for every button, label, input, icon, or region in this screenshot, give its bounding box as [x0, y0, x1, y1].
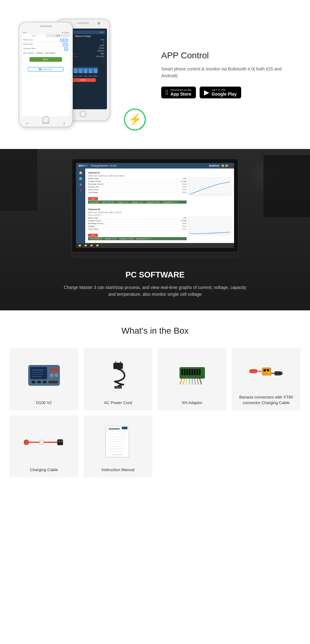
svg-line-37	[186, 378, 187, 385]
lightning-icon: ⚡	[128, 114, 142, 125]
svg-rect-59	[39, 440, 44, 444]
taskbar-item-1: 📁	[78, 244, 81, 247]
d100v2-svg	[25, 362, 63, 389]
sw-cycle-count: Cycle Count:0.1 A	[88, 188, 187, 191]
channel-b-status: Time: 00:00:00 Energy: 3.1 V Capacity: 0…	[88, 237, 187, 240]
sw-b-voltage: Voltage:0.1 A	[88, 225, 187, 228]
close-btn[interactable]	[229, 164, 232, 167]
sidebar-display-icon[interactable]: 🖥	[79, 183, 82, 186]
channel-a-stop-btn[interactable]: Stop	[88, 197, 98, 200]
bal-charge-option[interactable]: BAL CHARGE	[23, 52, 34, 54]
googleplay-text: GET IT ON Google Play	[212, 88, 237, 97]
pc-software-description: Charge Master 3 can start/stop process, …	[62, 284, 248, 298]
lightning-badge: ⚡	[124, 109, 146, 130]
svg-point-44	[249, 370, 252, 373]
charging-cable-label: Charging Cable	[30, 467, 58, 473]
channel-tabs: CH-A CH-B	[22, 34, 70, 37]
svg-rect-21	[113, 363, 123, 369]
sidebar-settings-icon[interactable]: ⚙️	[79, 177, 82, 180]
svg-rect-32	[194, 369, 196, 375]
ch-a-tab[interactable]: CH-A	[22, 34, 46, 37]
svg-rect-63	[122, 427, 127, 429]
battery-cells-field: Battery Cells 1 ▼	[23, 43, 68, 47]
apple-icon: 	[166, 88, 168, 97]
scan-to-do[interactable]: 🔲 SCAN TO DO	[28, 67, 64, 71]
svg-rect-47	[264, 369, 266, 372]
app-control-content: APP Control Smart phone control & monito…	[149, 51, 298, 99]
minimize-btn[interactable]	[222, 164, 224, 167]
stop-button[interactable]: STOP	[70, 78, 96, 82]
ch-b-tab[interactable]: CH-B	[46, 34, 70, 37]
pc-software-title: PC SOFTWARE	[62, 270, 248, 280]
channel-a-status: Connected Time: 00:04:26 Charge: 1.3 A V…	[88, 200, 187, 204]
sidebar-help-icon[interactable]: ❓	[79, 189, 82, 192]
channel-b-label: Ch.B	[100, 31, 104, 33]
laptop-screen-inner: SKYRC ChargeMaster V3.03 D100V2 🏠 ⚙️ 🖥	[76, 163, 234, 248]
channel-a-panel: Channel A: 4.25 V col4.20 V col4.20 V co…	[86, 170, 233, 205]
svg-line-41	[197, 378, 198, 385]
googleplay-badge[interactable]: ▶ GET IT ON Google Play	[200, 87, 241, 98]
svg-point-51	[279, 372, 282, 375]
svg-rect-58	[61, 440, 63, 442]
channel-b-stop-btn[interactable]: Stop	[88, 234, 98, 237]
taskbar-item-4: 📁	[96, 244, 99, 247]
banana-image	[249, 354, 283, 391]
discharge-option[interactable]: DISCHARGE	[45, 52, 55, 54]
svg-point-16	[55, 373, 58, 377]
operation-mode-field: Operation Mode ▼	[23, 47, 68, 51]
xh-image	[175, 354, 209, 396]
banana-label: Banana connectors with XT60 connector Ch…	[236, 394, 296, 406]
box-item-charging-cable: Charging Cable	[9, 415, 78, 477]
channel-a-chart	[188, 177, 231, 196]
google-play-icon: ▶	[204, 88, 209, 97]
svg-rect-28	[184, 369, 186, 375]
battery-cells-select[interactable]: 1 ▼	[63, 43, 68, 46]
appstore-badge[interactable]:  Download on the App Store	[161, 87, 196, 98]
sw-b-discharge: Discharge Current:0.4 A	[88, 222, 187, 225]
whats-in-box-title: What's in the Box	[9, 326, 301, 336]
sw-discharge-current: Discharge Current:0.1 A	[88, 183, 187, 186]
channel-b-voltages: 0.00 V col0.00 V col0.00 V0.00 V	[88, 211, 231, 214]
svg-rect-18	[37, 381, 41, 383]
battery-type-field: Battery Type LiFe ▼	[23, 38, 68, 43]
sw-charge-current: Charge Current:2 Cells	[88, 180, 187, 183]
laptop-container: SKYRC ChargeMaster V3.03 D100V2 🏠 ⚙️ 🖥	[71, 158, 239, 258]
taskbar-item-3: 📁	[90, 244, 93, 247]
next-button[interactable]: NEXT	[29, 57, 62, 62]
xh-label: XH Adaptor	[182, 400, 202, 406]
sw-battery-type: Battery TypeLiPo	[88, 177, 187, 180]
svg-rect-27	[181, 369, 183, 375]
pc-software-section: SKYRC ChargeMaster V3.03 D100V2 🏠 ⚙️ 🖥	[0, 149, 310, 310]
sidebar-home-icon[interactable]: 🏠	[79, 171, 82, 174]
box-items-bottom-row: Charging Cable	[9, 415, 301, 477]
box-item-d100v2: D100 V2	[9, 348, 78, 410]
phone-front: 9:25★ 71% ■ CH-A CH-B Battery Type LiFe …	[19, 22, 73, 127]
channel-b-panel: Channel B: 0.00 V col0.00 V col0.00 V0.0…	[86, 206, 233, 242]
svg-point-13	[50, 368, 54, 372]
xh-svg	[175, 363, 209, 388]
phone-front-screen: 9:25★ 71% ■ CH-A CH-B Battery Type LiFe …	[22, 31, 70, 116]
app-control-title: APP Control	[161, 51, 298, 61]
charging-cable-svg	[24, 431, 64, 453]
phone-home-button-back[interactable]	[80, 110, 86, 117]
svg-rect-0	[188, 177, 231, 196]
svg-rect-31	[191, 369, 193, 375]
svg-line-35	[180, 378, 182, 385]
ac-power-image	[103, 354, 134, 396]
battery-type-select[interactable]: LiFe ▼	[60, 39, 68, 42]
svg-rect-25	[116, 387, 121, 388]
whats-in-box-section: What's in the Box	[0, 310, 310, 493]
ac-power-svg	[103, 361, 134, 389]
charge-option[interactable]: CHARGE	[36, 52, 43, 54]
maximize-btn[interactable]	[225, 164, 228, 167]
svg-line-40	[195, 378, 195, 385]
svg-point-15	[50, 373, 54, 377]
box-items-top-row: D100 V2 AC Power Cord	[9, 348, 301, 410]
svg-line-36	[183, 378, 185, 385]
instruction-manual-label: Instruction Manual	[101, 467, 134, 473]
phone-speaker-front	[40, 25, 52, 27]
d100v2-image	[25, 354, 63, 396]
operation-mode-select[interactable]: ▼	[64, 47, 68, 51]
channel-b-sub: 0.00 V col 0.00 V	[88, 214, 231, 216]
phone-home-button-front[interactable]	[42, 116, 50, 124]
